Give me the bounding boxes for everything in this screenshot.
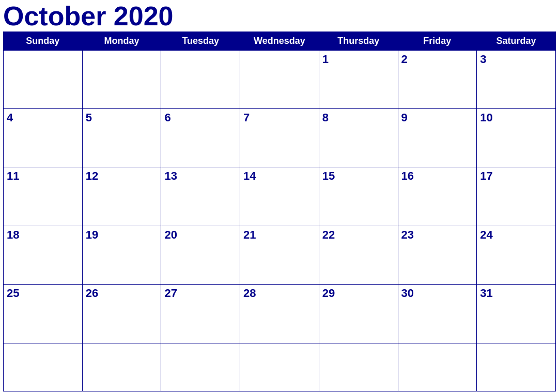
week-row: 11121314151617 <box>4 167 556 226</box>
day-number: 24 <box>480 228 492 241</box>
week-row <box>4 343 556 391</box>
day-header-sunday: Sunday <box>4 32 83 50</box>
day-number: 30 <box>401 287 414 300</box>
day-number: 16 <box>401 169 414 182</box>
day-header-thursday: Thursday <box>319 32 398 50</box>
day-cell <box>240 343 319 391</box>
day-number: 10 <box>480 111 492 124</box>
day-number: 21 <box>243 228 256 241</box>
day-number: 29 <box>322 287 335 300</box>
day-cell: 3 <box>477 50 556 108</box>
header-row: SundayMondayTuesdayWednesdayThursdayFrid… <box>4 32 556 50</box>
day-cell <box>319 343 398 391</box>
calendar-title: October 2020 <box>3 2 556 30</box>
day-cell: 14 <box>240 167 319 226</box>
day-number: 18 <box>7 228 19 241</box>
week-row: 45678910 <box>4 109 556 167</box>
day-number: 27 <box>164 287 177 300</box>
day-cell: 22 <box>319 226 398 284</box>
day-cell: 7 <box>240 109 319 167</box>
day-cell <box>4 343 83 391</box>
day-number: 1 <box>322 53 329 66</box>
day-number: 14 <box>243 169 256 182</box>
calendar-container: October 2020 SundayMondayTuesdayWednesda… <box>0 0 559 392</box>
day-cell: 30 <box>398 285 477 343</box>
day-number: 7 <box>243 111 250 124</box>
day-number: 13 <box>164 169 177 182</box>
week-row: 123 <box>4 50 556 108</box>
day-cell <box>161 50 240 108</box>
day-header-friday: Friday <box>398 32 477 50</box>
day-cell <box>82 50 161 108</box>
day-cell: 23 <box>398 226 477 284</box>
calendar-grid: SundayMondayTuesdayWednesdayThursdayFrid… <box>3 32 556 391</box>
day-cell: 19 <box>82 226 161 284</box>
day-header-wednesday: Wednesday <box>240 32 319 50</box>
day-cell: 16 <box>398 167 477 226</box>
day-number: 9 <box>401 111 408 124</box>
day-number: 2 <box>401 53 408 66</box>
day-cell <box>477 343 556 391</box>
day-number: 15 <box>322 169 335 182</box>
day-number: 25 <box>7 287 19 300</box>
day-cell: 12 <box>82 167 161 226</box>
day-cell: 13 <box>161 167 240 226</box>
day-cell: 10 <box>477 109 556 167</box>
day-number: 28 <box>243 287 256 300</box>
day-cell: 5 <box>82 109 161 167</box>
day-number: 6 <box>164 111 170 124</box>
day-cell: 21 <box>240 226 319 284</box>
day-number: 22 <box>322 228 335 241</box>
day-cell <box>4 50 83 108</box>
calendar-body: 1234567891011121314151617181920212223242… <box>4 50 556 391</box>
day-number: 4 <box>7 111 13 124</box>
day-cell: 26 <box>82 285 161 343</box>
day-number: 20 <box>164 228 177 241</box>
day-cell: 8 <box>319 109 398 167</box>
day-number: 19 <box>86 228 98 241</box>
day-cell <box>161 343 240 391</box>
day-cell: 17 <box>477 167 556 226</box>
day-cell: 20 <box>161 226 240 284</box>
day-cell <box>82 343 161 391</box>
day-cell: 2 <box>398 50 477 108</box>
day-cell: 9 <box>398 109 477 167</box>
day-cell: 27 <box>161 285 240 343</box>
day-number: 26 <box>86 287 98 300</box>
day-cell <box>240 50 319 108</box>
day-number: 23 <box>401 228 414 241</box>
day-cell: 1 <box>319 50 398 108</box>
day-number: 3 <box>480 53 486 66</box>
day-cell: 29 <box>319 285 398 343</box>
day-cell: 6 <box>161 109 240 167</box>
day-number: 31 <box>480 287 492 300</box>
day-cell: 24 <box>477 226 556 284</box>
day-number: 12 <box>86 169 98 182</box>
day-cell: 15 <box>319 167 398 226</box>
day-header-monday: Monday <box>82 32 161 50</box>
week-row: 25262728293031 <box>4 285 556 343</box>
day-number: 17 <box>480 169 492 182</box>
day-cell: 18 <box>4 226 83 284</box>
day-number: 5 <box>86 111 92 124</box>
day-cell: 28 <box>240 285 319 343</box>
day-number: 8 <box>322 111 329 124</box>
day-cell: 25 <box>4 285 83 343</box>
day-number: 11 <box>7 169 19 182</box>
day-cell: 11 <box>4 167 83 226</box>
week-row: 18192021222324 <box>4 226 556 284</box>
day-cell <box>398 343 477 391</box>
day-header-saturday: Saturday <box>477 32 556 50</box>
day-cell: 31 <box>477 285 556 343</box>
day-header-tuesday: Tuesday <box>161 32 240 50</box>
day-cell: 4 <box>4 109 83 167</box>
